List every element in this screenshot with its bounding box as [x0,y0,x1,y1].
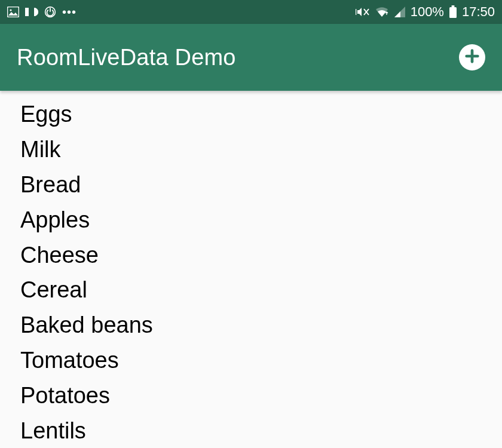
vibrate-mute-icon [356,5,370,19]
add-button[interactable] [459,44,485,70]
app-title: RoomLiveData Demo [17,45,236,70]
list-item[interactable]: Apples [20,202,502,238]
list-item[interactable]: Potatoes [20,378,502,413]
notification-icon [25,7,38,17]
power-icon [44,6,56,18]
clock-time: 17:50 [462,4,495,20]
item-list: Eggs Milk Bread Apples Cheese Cereal Bak… [0,91,502,448]
list-item[interactable]: Bread [20,167,502,202]
list-item[interactable]: Lentils [20,413,502,448]
status-left-icons: ••• [7,6,76,18]
status-right-icons: 100% 17:50 [356,4,495,20]
battery-icon [449,5,457,19]
svg-rect-2 [25,8,29,16]
app-bar: RoomLiveData Demo [0,24,502,91]
status-bar: ••• 100% [0,0,502,24]
list-item[interactable]: Cheese [20,238,502,273]
svg-rect-7 [449,7,457,18]
svg-point-1 [10,9,11,11]
battery-percent: 100% [411,4,444,20]
list-item[interactable]: Baked beans [20,308,502,343]
wifi-icon [375,6,389,18]
image-icon [7,7,19,17]
svg-rect-8 [451,5,454,7]
list-item[interactable]: Tomatoes [20,343,502,378]
list-item[interactable]: Milk [20,132,502,167]
plus-icon [464,48,480,67]
more-icon: ••• [62,6,76,18]
list-item[interactable]: Eggs [20,97,502,132]
signal-icon [394,6,406,18]
list-item[interactable]: Cereal [20,272,502,308]
